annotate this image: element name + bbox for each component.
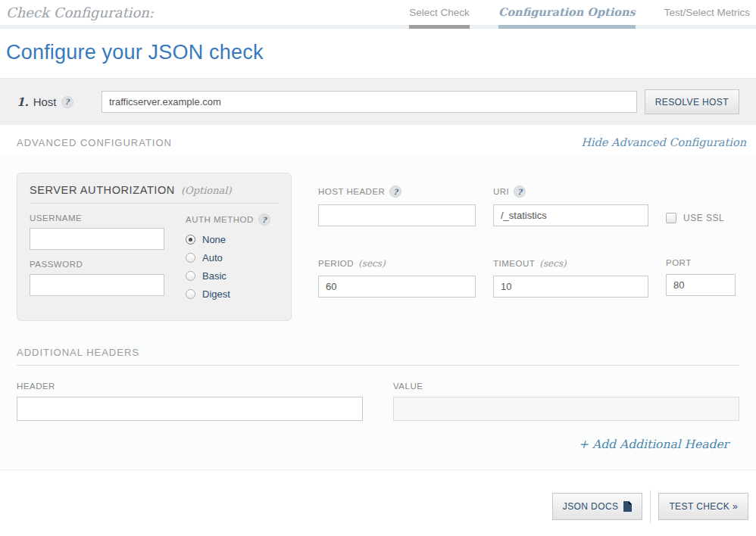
radio-label: Basic bbox=[202, 270, 226, 282]
advanced-configuration-header: ADVANCED CONFIGURATION Hide Advanced Con… bbox=[0, 136, 756, 148]
timeout-label: TIMEOUT (secs) bbox=[493, 258, 648, 269]
resolve-host-button[interactable]: RESOLVE HOST bbox=[645, 89, 739, 114]
period-label: PERIOD (secs) bbox=[318, 258, 476, 269]
timeout-unit: (secs) bbox=[539, 258, 567, 269]
additional-headers-label: ADDITIONAL HEADERS bbox=[17, 347, 739, 358]
auth-option-auto[interactable]: Auto bbox=[186, 252, 270, 263]
host-header-help-icon[interactable]: ? bbox=[389, 185, 401, 198]
server-authorization-columns: USERNAME PASSWORD AUTH METHOD ? bbox=[30, 213, 279, 307]
fields-row-2: PERIOD (secs) TIMEOUT (secs) bbox=[318, 258, 739, 298]
add-additional-header-link[interactable]: + Add Additional Header bbox=[579, 438, 729, 451]
optional-label: (Optional) bbox=[181, 185, 232, 196]
password-input[interactable] bbox=[30, 274, 164, 296]
test-check-button[interactable]: TEST CHECK » bbox=[658, 493, 748, 520]
host-field-label: 1. Host ? bbox=[17, 95, 102, 109]
port-label-text: PORT bbox=[666, 258, 692, 267]
header-field: HEADER bbox=[17, 382, 363, 421]
username-label: USERNAME bbox=[30, 213, 164, 223]
tab-indicator bbox=[498, 25, 636, 29]
use-ssl-label: USE SSL bbox=[683, 213, 724, 223]
tab-indicator bbox=[664, 25, 750, 29]
document-icon bbox=[623, 501, 632, 512]
period-input[interactable] bbox=[318, 276, 476, 298]
page-title: Configure your JSON check bbox=[6, 41, 756, 64]
use-ssl-checkbox[interactable] bbox=[666, 213, 676, 223]
radio-icon[interactable] bbox=[186, 253, 195, 263]
check-fields: HOST HEADER ? URI ? USE bbox=[318, 173, 739, 298]
period-label-text: PERIOD bbox=[318, 259, 354, 268]
advanced-configuration-row: SERVER AUTHORIZATION (Optional) USERNAME… bbox=[17, 173, 739, 321]
host-input[interactable] bbox=[102, 91, 637, 113]
uri-label-text: URI bbox=[493, 187, 509, 196]
hide-advanced-configuration-link[interactable]: Hide Advanced Configuration bbox=[581, 136, 746, 148]
host-help-icon[interactable]: ? bbox=[61, 96, 73, 108]
advanced-configuration-label: ADVANCED CONFIGURATION bbox=[17, 137, 172, 148]
additional-headers-fields: HEADER VALUE bbox=[17, 382, 739, 421]
footer-divider bbox=[650, 490, 651, 523]
timeout-label-text: TIMEOUT bbox=[493, 259, 535, 268]
json-docs-button[interactable]: JSON DOCS bbox=[552, 493, 643, 520]
port-label: PORT bbox=[666, 258, 739, 267]
uri-input[interactable] bbox=[493, 204, 648, 226]
port-field: PORT bbox=[666, 258, 739, 298]
tab-configuration-options[interactable]: Configuration Options bbox=[498, 5, 636, 29]
value-field: VALUE bbox=[393, 382, 739, 421]
radio-label: Digest bbox=[202, 288, 230, 300]
timeout-input[interactable] bbox=[493, 276, 648, 298]
tab-indicator bbox=[409, 25, 470, 29]
step-number: 1. bbox=[17, 95, 29, 109]
auth-option-digest[interactable]: Digest bbox=[186, 288, 270, 300]
tab-label: Select Check bbox=[409, 7, 470, 25]
host-header-field: HOST HEADER ? bbox=[318, 185, 476, 226]
port-input[interactable] bbox=[666, 274, 736, 296]
radio-icon[interactable] bbox=[186, 235, 195, 245]
advanced-configuration-body: SERVER AUTHORIZATION (Optional) USERNAME… bbox=[0, 154, 756, 470]
password-label: PASSWORD bbox=[30, 260, 164, 269]
auth-option-basic[interactable]: Basic bbox=[186, 270, 270, 282]
tab-test-select-metrics[interactable]: Test/Select Metrics bbox=[664, 7, 750, 29]
host-label-text: Host bbox=[33, 95, 57, 108]
host-header-label-text: HOST HEADER bbox=[318, 187, 385, 196]
radio-icon[interactable] bbox=[186, 271, 195, 281]
additional-headers-section: ADDITIONAL HEADERS HEADER VALUE + Add Ad… bbox=[17, 347, 739, 451]
username-input[interactable] bbox=[30, 228, 164, 250]
credentials-column: USERNAME PASSWORD bbox=[30, 213, 164, 307]
breadcrumb-title: Check Configuration: bbox=[6, 5, 154, 20]
header-input[interactable] bbox=[17, 397, 363, 421]
radio-icon[interactable] bbox=[186, 289, 195, 299]
radio-label: None bbox=[202, 234, 226, 245]
server-authorization-title-row: SERVER AUTHORIZATION (Optional) bbox=[30, 184, 279, 196]
use-ssl-field: USE SSL bbox=[666, 185, 739, 226]
auth-method-label: AUTH METHOD ? bbox=[186, 213, 270, 226]
server-authorization-title: SERVER AUTHORIZATION bbox=[30, 184, 175, 196]
uri-label: URI ? bbox=[493, 185, 648, 198]
host-section: 1. Host ? RESOLVE HOST bbox=[0, 78, 756, 125]
uri-help-icon[interactable]: ? bbox=[514, 185, 526, 198]
json-docs-button-label: JSON DOCS bbox=[563, 501, 619, 512]
wizard-tabs: Select Check Configuration Options Test/… bbox=[380, 5, 750, 29]
radio-label: Auto bbox=[202, 252, 223, 263]
tab-label: Configuration Options bbox=[498, 5, 636, 25]
tab-label: Test/Select Metrics bbox=[664, 7, 750, 25]
value-label: VALUE bbox=[393, 382, 739, 391]
footer-actions: JSON DOCS TEST CHECK » bbox=[0, 490, 756, 523]
value-input[interactable] bbox=[393, 397, 739, 421]
timeout-field: TIMEOUT (secs) bbox=[493, 258, 648, 298]
divider bbox=[30, 203, 279, 204]
period-field: PERIOD (secs) bbox=[318, 258, 476, 298]
host-header-label: HOST HEADER ? bbox=[318, 185, 476, 198]
check-configuration-page: Check Configuration: Select Check Config… bbox=[0, 0, 756, 536]
auth-method-label-text: AUTH METHOD bbox=[186, 215, 254, 224]
header-label: HEADER bbox=[17, 382, 363, 391]
fields-row-1: HOST HEADER ? URI ? USE bbox=[318, 185, 739, 226]
host-header-input[interactable] bbox=[318, 204, 476, 226]
auth-method-help-icon[interactable]: ? bbox=[258, 213, 270, 226]
divider bbox=[17, 365, 739, 366]
auth-method-radio-group: None Auto Basic bbox=[186, 234, 270, 300]
tab-select-check[interactable]: Select Check bbox=[409, 7, 470, 29]
auth-option-none[interactable]: None bbox=[186, 234, 270, 245]
period-unit: (secs) bbox=[358, 258, 386, 269]
uri-field: URI ? bbox=[493, 185, 648, 226]
server-authorization-box: SERVER AUTHORIZATION (Optional) USERNAME… bbox=[17, 173, 292, 321]
auth-method-column: AUTH METHOD ? None Auto bbox=[186, 213, 270, 307]
